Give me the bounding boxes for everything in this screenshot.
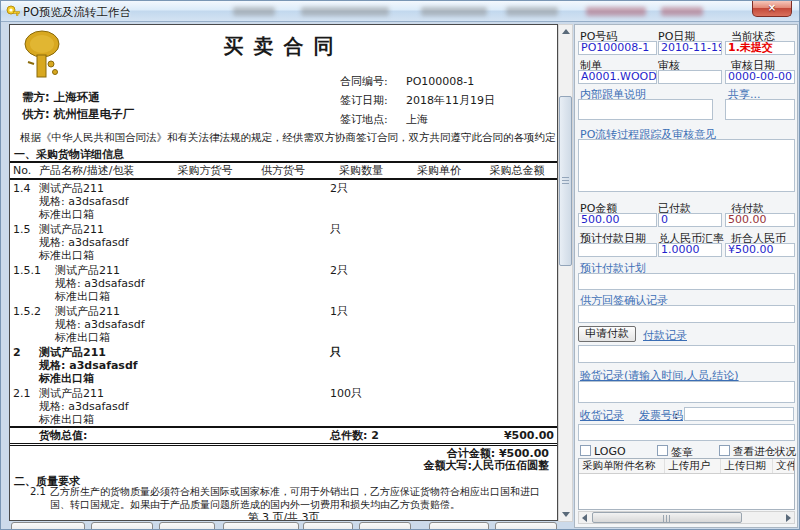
attachment-table: 采购单附件名称 上传用户 上传日期 文件 bbox=[578, 458, 795, 510]
supplier-name: 杭州恒星电子厂 bbox=[54, 107, 135, 121]
bottom-toolbar-button[interactable] bbox=[303, 522, 353, 530]
buyer-label: 需方: bbox=[22, 90, 50, 104]
attachment-table-header: 采购单附件名称 上传用户 上传日期 文件 bbox=[579, 459, 794, 474]
attach-col-user: 上传用户 bbox=[665, 459, 721, 473]
clause-number: 2.1 bbox=[30, 486, 50, 511]
bottom-toolbar-button[interactable] bbox=[223, 522, 299, 530]
auditor-field[interactable] bbox=[658, 70, 722, 84]
sign-place-value: 上海 bbox=[406, 113, 428, 126]
table-row: 2 测试产品211规格: a3dsafasdf标准出口箱 只 bbox=[10, 344, 558, 385]
scroll-down-icon[interactable] bbox=[559, 507, 572, 521]
goods-total-label: 货物总值: bbox=[39, 428, 166, 443]
logo-checkbox[interactable] bbox=[580, 445, 591, 456]
horizontal-scrollbar[interactable] bbox=[578, 511, 795, 524]
bottom-toolbar-button[interactable] bbox=[91, 522, 153, 530]
row-qty: 100只 bbox=[322, 387, 400, 426]
row-product: 测试产品211规格: a3dsafasdf标准出口箱 bbox=[39, 387, 166, 426]
bottom-toolbar-button[interactable] bbox=[495, 522, 557, 530]
payment-plan-textarea[interactable] bbox=[578, 273, 795, 290]
payment-records-link[interactable]: 付款记录 bbox=[643, 328, 687, 343]
row-product: 测试产品211规格: a3dsafasdf标准出口箱 bbox=[39, 223, 166, 262]
po-amount-field[interactable]: 500.00 bbox=[578, 213, 657, 227]
scroll-left-icon[interactable] bbox=[579, 512, 591, 523]
row-qty: 2只 bbox=[322, 182, 400, 221]
close-button[interactable]: × bbox=[752, 1, 792, 17]
table-row: 1.4 测试产品211规格: a3dsafasdf标准出口箱 2只 bbox=[10, 180, 558, 221]
redacted-text bbox=[506, 7, 558, 16]
scroll-right-icon[interactable] bbox=[782, 512, 794, 523]
row-no: 1.5 bbox=[13, 223, 39, 262]
sign-date-value: 2018年11月19日 bbox=[406, 94, 495, 107]
table-row: 1.5 测试产品211规格: a3dsafasdf标准出口箱 只 bbox=[10, 221, 558, 262]
signature-checkbox[interactable] bbox=[657, 445, 668, 456]
rate-field[interactable]: 1.0000 bbox=[658, 243, 722, 257]
row-qty: 1只 bbox=[322, 305, 400, 344]
payment-records-textarea[interactable] bbox=[578, 345, 795, 363]
bottom-toolbar-button[interactable] bbox=[359, 522, 411, 530]
flow-track-textarea[interactable] bbox=[578, 139, 795, 192]
receiving-textarea[interactable] bbox=[578, 424, 795, 441]
maker-field[interactable]: A0001.WOODY bbox=[578, 70, 657, 84]
window: PO预览及流转工作台 × 买卖合同 合同编号:PO100008-1 签订日期:2… bbox=[0, 0, 800, 530]
logo-checkbox-label: LOGO bbox=[594, 445, 626, 458]
col-amount: 采购总金额 bbox=[478, 163, 556, 178]
paid-field[interactable]: 0 bbox=[658, 213, 722, 227]
total-pieces: 总件数: 2 bbox=[322, 428, 400, 443]
internal-note-textarea[interactable] bbox=[578, 99, 713, 120]
amount-in-words: 金额大写:人民币伍佰圆整 bbox=[424, 460, 549, 472]
status-field[interactable]: 1.未提交 bbox=[725, 41, 795, 55]
contract-preview: 买卖合同 合同编号:PO100008-1 签订日期:2018年11月19日 签订… bbox=[9, 24, 558, 521]
contract-no-value: PO100008-1 bbox=[406, 75, 474, 88]
inspection-textarea[interactable] bbox=[578, 381, 795, 403]
bottom-toolbar-button[interactable] bbox=[429, 522, 489, 530]
col-qty: 采购数量 bbox=[322, 163, 400, 178]
table-row: 1.5.2 测试产品211规格: a3dsafasdf标准出口箱 1只 bbox=[10, 303, 558, 344]
po-no-field[interactable]: PO100008-1 bbox=[578, 41, 657, 55]
row-product: 测试产品211规格: a3dsafasdf标准出口箱 bbox=[39, 182, 166, 221]
redacted-text bbox=[586, 7, 646, 16]
vertical-scrollbar-thumb[interactable] bbox=[559, 96, 572, 266]
cny-field[interactable]: ¥500.00 bbox=[725, 243, 795, 257]
invoice-no-field[interactable] bbox=[684, 407, 794, 421]
horizontal-scrollbar-thumb[interactable] bbox=[592, 512, 742, 523]
row-no: 1.5.2 bbox=[13, 305, 39, 344]
attach-col-file: 文件 bbox=[773, 459, 795, 473]
redacted-text bbox=[301, 7, 389, 16]
pay-date-field[interactable] bbox=[578, 243, 657, 257]
sign-date-label: 签订日期: bbox=[340, 91, 406, 110]
attach-col-name: 采购单附件名称 bbox=[579, 459, 665, 473]
contract-intro: 根据《中华人民共和国合同法》和有关法律法规的规定，经供需双方协商签订合同，双方共… bbox=[20, 131, 558, 145]
share-textarea[interactable] bbox=[725, 99, 795, 120]
scroll-up-icon[interactable] bbox=[559, 25, 572, 39]
table-row: 1.5.1 测试产品211规格: a3dsafasdf标准出口箱 2只 bbox=[10, 262, 558, 303]
col-product: 产品名称/描述/包装 bbox=[39, 163, 166, 178]
po-workflow-panel: PO号码 PO日期 当前状态 PO100008-1 2010-11-19 1.未… bbox=[574, 24, 798, 528]
col-supplier-item: 供方货号 bbox=[244, 163, 322, 178]
col-price: 采购单价 bbox=[400, 163, 478, 178]
goods-table: No. 产品名称/描述/包装 采购方货号 供方货号 采购数量 采购单价 采购总金… bbox=[10, 161, 558, 446]
po-date-field[interactable]: 2010-11-19 bbox=[658, 41, 722, 55]
supplier-label: 供方: bbox=[22, 107, 50, 121]
contract-totals: 合计金额: ¥500.00 金额大写:人民币伍佰圆整 bbox=[424, 448, 549, 472]
section1-title: 一、采购货物详细信息 bbox=[14, 147, 124, 162]
sign-place-label: 签订地点: bbox=[340, 110, 406, 129]
goods-total-amount: ¥500.00 bbox=[478, 429, 556, 442]
clause-text: 乙方所生产的货物质量必须符合相关国际或国家标准，可用于外销出口，乙方应保证货物符… bbox=[50, 486, 546, 511]
row-product: 测试产品211规格: a3dsafasdf标准出口箱 bbox=[39, 264, 166, 303]
redacted-text bbox=[661, 7, 703, 16]
vertical-scrollbar[interactable] bbox=[558, 24, 573, 522]
request-payment-button[interactable]: 申请付款 bbox=[578, 326, 636, 342]
supplier-confirm-textarea[interactable] bbox=[578, 305, 795, 323]
bottom-toolbar-button[interactable] bbox=[11, 522, 85, 530]
window-title: PO预览及流转工作台 bbox=[23, 5, 131, 20]
unpaid-field[interactable]: 500.00 bbox=[725, 213, 795, 227]
redacted-text bbox=[421, 7, 487, 16]
row-no: 1.5.1 bbox=[13, 264, 39, 303]
contract-title: 买卖合同 bbox=[10, 33, 557, 60]
col-no: No. bbox=[13, 164, 39, 177]
goods-table-header: No. 产品名称/描述/包装 采购方货号 供方货号 采购数量 采购单价 采购总金… bbox=[10, 161, 558, 180]
receiving-link[interactable]: 收货记录 bbox=[580, 408, 624, 423]
audit-date-field[interactable]: 0000-00-00 bbox=[725, 70, 795, 84]
bottom-toolbar-button[interactable] bbox=[159, 522, 215, 530]
warehouse-status-checkbox[interactable] bbox=[719, 445, 730, 456]
